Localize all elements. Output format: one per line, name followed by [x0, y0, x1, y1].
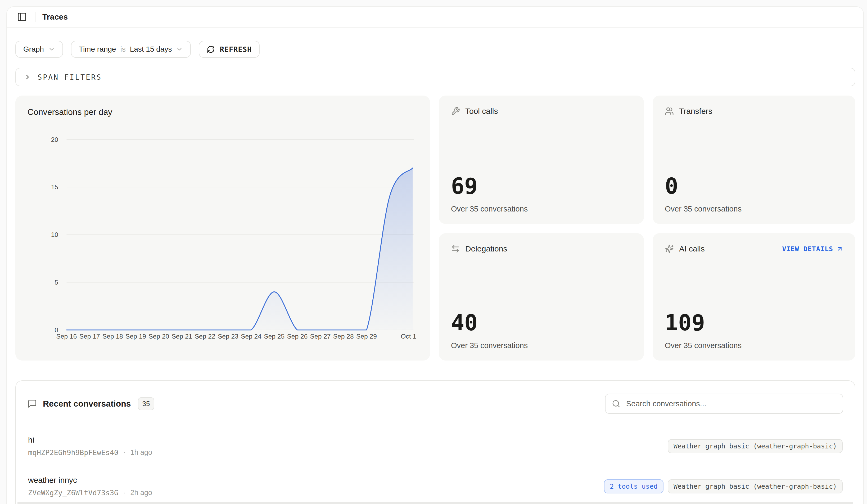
- view-details-label: VIEW DETAILS: [782, 245, 833, 253]
- wrench-icon: [451, 107, 460, 116]
- agent-tag: Weather graph basic (weather-graph-basic…: [668, 439, 843, 453]
- panel-left-icon: [17, 12, 27, 22]
- search-icon: [612, 399, 620, 409]
- svg-text:Sep 27: Sep 27: [310, 333, 331, 340]
- conversation-id: mqHZP2EGh9h9BpFEwEs40: [28, 448, 118, 457]
- conversation-row[interactable]: hi mqHZP2EGh9h9BpFEwEs40 · 1h ago Weathe…: [28, 426, 843, 466]
- view-details-link[interactable]: VIEW DETAILS: [782, 245, 843, 253]
- svg-text:15: 15: [51, 183, 58, 191]
- conversations-chart-card: Conversations per day 05101520Sep 16Sep …: [15, 96, 430, 361]
- stat-card-transfers: Transfers 0 Over 35 conversations: [653, 96, 855, 224]
- span-filters-toggle[interactable]: SPAN FILTERS: [15, 68, 855, 86]
- conversations-chart: 05101520Sep 16Sep 17Sep 18Sep 19Sep 20Se…: [28, 119, 418, 344]
- stat-title: Transfers: [679, 107, 713, 116]
- svg-text:5: 5: [54, 279, 58, 286]
- stat-caption: Over 35 conversations: [451, 205, 632, 213]
- agent-tag: Weather graph basic (weather-graph-basic…: [668, 479, 843, 493]
- time-range-field: Time range: [79, 45, 116, 53]
- conversation-list: hi mqHZP2EGh9h9BpFEwEs40 · 1h ago Weathe…: [28, 426, 843, 504]
- time-range-operator: is: [120, 45, 126, 53]
- svg-text:Sep 20: Sep 20: [149, 333, 169, 340]
- sparkles-icon: [665, 244, 674, 253]
- refresh-icon: [207, 45, 215, 53]
- stat-card-delegations: Delegations 40 Over 35 conversations: [439, 233, 644, 361]
- svg-text:Sep 21: Sep 21: [171, 333, 192, 340]
- refresh-button[interactable]: REFRESH: [199, 41, 260, 58]
- stat-title: Tool calls: [465, 107, 498, 116]
- chevron-right-icon: [24, 73, 31, 81]
- chevron-down-icon: [48, 46, 55, 53]
- filter-toolbar: Graph Time range is Last 15 days REFRESH: [15, 41, 855, 58]
- stat-value: 0: [665, 175, 843, 197]
- conversation-time: 2h ago: [130, 489, 152, 497]
- svg-text:Sep 26: Sep 26: [287, 333, 308, 340]
- conversation-title: hi: [28, 436, 152, 444]
- chevron-down-icon: [176, 46, 183, 53]
- svg-text:Sep 28: Sep 28: [333, 333, 354, 340]
- stat-card-tool-calls: Tool calls 69 Over 35 conversations: [439, 96, 644, 224]
- stat-caption: Over 35 conversations: [665, 205, 843, 213]
- conversation-title: weather innyc: [28, 476, 152, 485]
- chart-title: Conversations per day: [28, 107, 418, 117]
- svg-text:Sep 19: Sep 19: [126, 333, 146, 340]
- svg-text:Sep 22: Sep 22: [195, 333, 215, 340]
- svg-text:Sep 24: Sep 24: [241, 333, 261, 340]
- conversation-row[interactable]: weather innyc ZVeWXgZy_Z6WltVd73s3G · 2h…: [28, 466, 843, 504]
- conversation-time: 1h ago: [130, 448, 152, 457]
- users-icon: [665, 107, 674, 116]
- chat-bubble-icon: [28, 399, 37, 408]
- recent-conversations-section: Recent conversations 35 hi mqHZP2EGh9h9B…: [15, 380, 855, 504]
- stat-caption: Over 35 conversations: [451, 341, 632, 350]
- arrows-left-right-icon: [451, 244, 460, 253]
- svg-text:20: 20: [51, 136, 58, 143]
- stat-caption: Over 35 conversations: [665, 341, 843, 350]
- svg-text:Oct 1: Oct 1: [401, 333, 416, 340]
- stat-title: Delegations: [465, 244, 507, 253]
- view-selector-dropdown[interactable]: Graph: [15, 41, 63, 58]
- header-divider: [35, 12, 35, 22]
- conversation-id: ZVeWXgZy_Z6WltVd73s3G: [28, 489, 118, 497]
- time-range-value: Last 15 days: [130, 45, 172, 53]
- svg-text:Sep 29: Sep 29: [356, 333, 377, 340]
- next-row-divider: [18, 502, 853, 504]
- stat-value: 109: [665, 312, 843, 334]
- refresh-label: REFRESH: [220, 45, 252, 53]
- stat-card-ai-calls: AI calls VIEW DETAILS 109 Over 35 conver…: [653, 233, 855, 361]
- meta-separator: ·: [123, 448, 126, 457]
- arrow-up-right-icon: [836, 245, 843, 252]
- svg-text:Sep 23: Sep 23: [218, 333, 238, 340]
- svg-text:Sep 18: Sep 18: [103, 333, 123, 340]
- search-input[interactable]: [605, 394, 843, 414]
- stat-value: 69: [451, 175, 632, 197]
- tools-used-tag: 2 tools used: [604, 479, 663, 493]
- svg-text:Sep 16: Sep 16: [56, 333, 77, 340]
- meta-separator: ·: [123, 489, 126, 497]
- svg-text:10: 10: [51, 231, 58, 238]
- recent-conversations-title: Recent conversations: [43, 399, 131, 409]
- svg-text:Sep 25: Sep 25: [264, 333, 285, 340]
- view-selector-label: Graph: [23, 45, 44, 53]
- dashboard-grid: Conversations per day 05101520Sep 16Sep …: [15, 96, 855, 361]
- main-panel: Traces Graph Time range is Last 15 days …: [6, 6, 864, 504]
- sidebar-toggle-button[interactable]: [16, 11, 28, 23]
- page-title: Traces: [42, 12, 68, 21]
- stat-value: 40: [451, 312, 632, 334]
- recent-conversations-header: Recent conversations 35: [28, 393, 843, 414]
- conversation-count-badge: 35: [138, 397, 154, 410]
- search-container: [605, 394, 843, 414]
- time-range-filter[interactable]: Time range is Last 15 days: [71, 41, 191, 58]
- top-bar: Traces: [7, 7, 863, 28]
- span-filters-label: SPAN FILTERS: [38, 73, 102, 81]
- svg-text:Sep 17: Sep 17: [79, 333, 100, 340]
- stat-title: AI calls: [679, 244, 705, 253]
